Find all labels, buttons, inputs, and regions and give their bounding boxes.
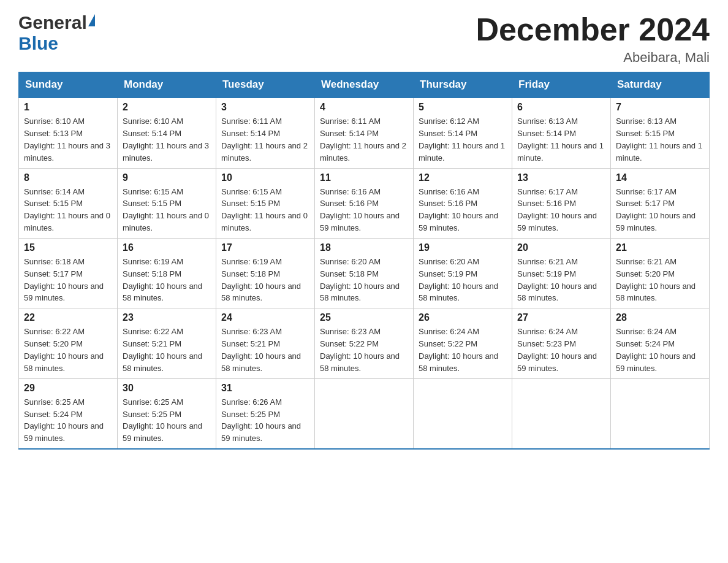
day-info: Sunrise: 6:25 AMSunset: 5:24 PMDaylight:…: [24, 397, 104, 443]
day-number: 22: [24, 312, 112, 323]
day-number: 5: [419, 102, 507, 113]
calendar-cell: 25 Sunrise: 6:23 AMSunset: 5:22 PMDaylig…: [315, 308, 414, 378]
logo: General Blue: [18, 12, 96, 54]
day-number: 30: [123, 383, 211, 394]
calendar-cell: 7 Sunrise: 6:13 AMSunset: 5:15 PMDayligh…: [611, 98, 710, 168]
day-info: Sunrise: 6:21 AMSunset: 5:19 PMDaylight:…: [517, 257, 597, 303]
day-number: 6: [517, 102, 605, 113]
column-header-sunday: Sunday: [19, 72, 118, 98]
calendar-cell: 20 Sunrise: 6:21 AMSunset: 5:19 PMDaylig…: [512, 238, 611, 308]
day-number: 21: [616, 242, 704, 253]
day-info: Sunrise: 6:22 AMSunset: 5:20 PMDaylight:…: [24, 327, 104, 373]
day-info: Sunrise: 6:26 AMSunset: 5:25 PMDaylight:…: [221, 397, 301, 443]
column-header-wednesday: Wednesday: [315, 72, 414, 98]
logo-blue: Blue: [18, 33, 58, 54]
calendar-cell: 16 Sunrise: 6:19 AMSunset: 5:18 PMDaylig…: [118, 238, 216, 308]
day-info: Sunrise: 6:10 AMSunset: 5:14 PMDaylight:…: [123, 117, 209, 163]
day-info: Sunrise: 6:11 AMSunset: 5:14 PMDaylight:…: [221, 117, 308, 163]
calendar-cell: 8 Sunrise: 6:14 AMSunset: 5:15 PMDayligh…: [19, 168, 118, 238]
day-number: 7: [616, 102, 704, 113]
calendar-cell: [315, 378, 414, 449]
day-info: Sunrise: 6:15 AMSunset: 5:15 PMDaylight:…: [123, 187, 209, 233]
day-number: 26: [419, 312, 507, 323]
calendar-cell: 19 Sunrise: 6:20 AMSunset: 5:19 PMDaylig…: [414, 238, 512, 308]
calendar-cell: 11 Sunrise: 6:16 AMSunset: 5:16 PMDaylig…: [315, 168, 414, 238]
calendar-cell: 3 Sunrise: 6:11 AMSunset: 5:14 PMDayligh…: [216, 98, 315, 168]
calendar-cell: 21 Sunrise: 6:21 AMSunset: 5:20 PMDaylig…: [611, 238, 710, 308]
calendar-cell: 9 Sunrise: 6:15 AMSunset: 5:15 PMDayligh…: [118, 168, 216, 238]
calendar-week-row: 29 Sunrise: 6:25 AMSunset: 5:24 PMDaylig…: [19, 378, 710, 449]
day-number: 14: [616, 172, 704, 183]
day-number: 18: [320, 242, 408, 253]
calendar-cell: 2 Sunrise: 6:10 AMSunset: 5:14 PMDayligh…: [118, 98, 216, 168]
calendar-cell: 29 Sunrise: 6:25 AMSunset: 5:24 PMDaylig…: [19, 378, 118, 449]
calendar-cell: 4 Sunrise: 6:11 AMSunset: 5:14 PMDayligh…: [315, 98, 414, 168]
day-number: 29: [24, 383, 112, 394]
day-number: 16: [123, 242, 211, 253]
calendar-week-row: 1 Sunrise: 6:10 AMSunset: 5:13 PMDayligh…: [19, 98, 710, 168]
calendar-cell: 12 Sunrise: 6:16 AMSunset: 5:16 PMDaylig…: [414, 168, 512, 238]
calendar-cell: [414, 378, 512, 449]
calendar-week-row: 15 Sunrise: 6:18 AMSunset: 5:17 PMDaylig…: [19, 238, 710, 308]
calendar-cell: 31 Sunrise: 6:26 AMSunset: 5:25 PMDaylig…: [216, 378, 315, 449]
day-number: 25: [320, 312, 408, 323]
day-number: 1: [24, 102, 112, 113]
column-header-thursday: Thursday: [414, 72, 512, 98]
day-info: Sunrise: 6:13 AMSunset: 5:15 PMDaylight:…: [616, 117, 702, 163]
calendar-cell: 1 Sunrise: 6:10 AMSunset: 5:13 PMDayligh…: [19, 98, 118, 168]
day-number: 8: [24, 172, 112, 183]
day-info: Sunrise: 6:20 AMSunset: 5:19 PMDaylight:…: [419, 257, 498, 303]
day-info: Sunrise: 6:19 AMSunset: 5:18 PMDaylight:…: [221, 257, 301, 303]
day-number: 11: [320, 172, 408, 183]
day-info: Sunrise: 6:24 AMSunset: 5:23 PMDaylight:…: [517, 327, 597, 373]
calendar-cell: 17 Sunrise: 6:19 AMSunset: 5:18 PMDaylig…: [216, 238, 315, 308]
column-header-friday: Friday: [512, 72, 611, 98]
column-header-tuesday: Tuesday: [216, 72, 315, 98]
day-info: Sunrise: 6:19 AMSunset: 5:18 PMDaylight:…: [123, 257, 202, 303]
day-info: Sunrise: 6:15 AMSunset: 5:15 PMDaylight:…: [221, 187, 308, 233]
day-number: 2: [123, 102, 211, 113]
day-info: Sunrise: 6:12 AMSunset: 5:14 PMDaylight:…: [419, 117, 505, 163]
day-info: Sunrise: 6:20 AMSunset: 5:18 PMDaylight:…: [320, 257, 400, 303]
day-number: 10: [221, 172, 309, 183]
calendar-cell: 22 Sunrise: 6:22 AMSunset: 5:20 PMDaylig…: [19, 308, 118, 378]
day-info: Sunrise: 6:11 AMSunset: 5:14 PMDaylight:…: [320, 117, 406, 163]
day-number: 13: [517, 172, 605, 183]
calendar-cell: 23 Sunrise: 6:22 AMSunset: 5:21 PMDaylig…: [118, 308, 216, 378]
calendar-cell: 10 Sunrise: 6:15 AMSunset: 5:15 PMDaylig…: [216, 168, 315, 238]
location: Abeibara, Mali: [476, 50, 710, 66]
calendar-cell: 24 Sunrise: 6:23 AMSunset: 5:21 PMDaylig…: [216, 308, 315, 378]
day-number: 17: [221, 242, 309, 253]
calendar-cell: 13 Sunrise: 6:17 AMSunset: 5:16 PMDaylig…: [512, 168, 611, 238]
logo-general: General: [18, 12, 87, 33]
calendar-cell: 15 Sunrise: 6:18 AMSunset: 5:17 PMDaylig…: [19, 238, 118, 308]
calendar-cell: 6 Sunrise: 6:13 AMSunset: 5:14 PMDayligh…: [512, 98, 611, 168]
calendar-cell: 14 Sunrise: 6:17 AMSunset: 5:17 PMDaylig…: [611, 168, 710, 238]
day-info: Sunrise: 6:13 AMSunset: 5:14 PMDaylight:…: [517, 117, 604, 163]
day-info: Sunrise: 6:10 AMSunset: 5:13 PMDaylight:…: [24, 117, 110, 163]
column-header-saturday: Saturday: [611, 72, 710, 98]
day-number: 24: [221, 312, 309, 323]
calendar-cell: [611, 378, 710, 449]
day-info: Sunrise: 6:22 AMSunset: 5:21 PMDaylight:…: [123, 327, 202, 373]
calendar-cell: 5 Sunrise: 6:12 AMSunset: 5:14 PMDayligh…: [414, 98, 512, 168]
calendar-cell: 26 Sunrise: 6:24 AMSunset: 5:22 PMDaylig…: [414, 308, 512, 378]
day-number: 4: [320, 102, 408, 113]
day-number: 9: [123, 172, 211, 183]
day-number: 3: [221, 102, 309, 113]
calendar-week-row: 22 Sunrise: 6:22 AMSunset: 5:20 PMDaylig…: [19, 308, 710, 378]
column-header-monday: Monday: [118, 72, 216, 98]
day-info: Sunrise: 6:14 AMSunset: 5:15 PMDaylight:…: [24, 187, 110, 233]
calendar-cell: 28 Sunrise: 6:24 AMSunset: 5:24 PMDaylig…: [611, 308, 710, 378]
day-number: 28: [616, 312, 704, 323]
calendar-cell: [512, 378, 611, 449]
day-info: Sunrise: 6:17 AMSunset: 5:16 PMDaylight:…: [517, 187, 597, 233]
day-number: 19: [419, 242, 507, 253]
calendar-cell: 18 Sunrise: 6:20 AMSunset: 5:18 PMDaylig…: [315, 238, 414, 308]
day-info: Sunrise: 6:23 AMSunset: 5:21 PMDaylight:…: [221, 327, 301, 373]
day-number: 23: [123, 312, 211, 323]
calendar-table: SundayMondayTuesdayWednesdayThursdayFrid…: [18, 72, 710, 450]
logo-triangle-icon: [88, 14, 95, 26]
day-number: 31: [221, 383, 309, 394]
month-title: December 2024: [476, 12, 710, 47]
